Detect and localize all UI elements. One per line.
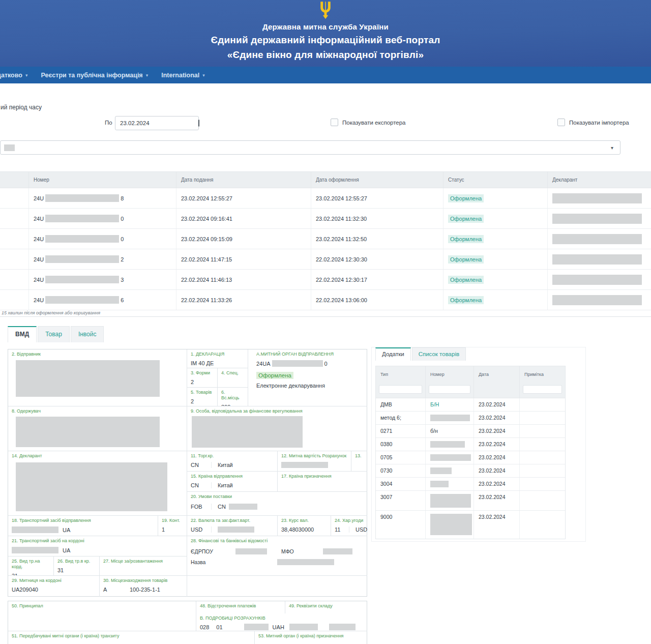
field-dispatch-country: 15. Країна відправлення CNКитай [187,472,278,492]
portal-title-line1: Єдиний державний інформаційний веб-порта… [0,35,651,46]
redacted-block [12,526,58,533]
redacted-number [45,194,119,202]
page: Державна митна служба України Єдиний дер… [0,0,651,644]
redacted-declarant [552,214,642,224]
redacted-block [281,462,328,468]
declarant-select[interactable]: ▾ [0,140,620,155]
table-row[interactable]: 3007 23.02.2024 [376,491,565,511]
col-status: Статус [443,172,548,188]
redacted-block [430,494,471,508]
chevron-down-icon: ▾ [146,73,149,78]
show-importer-label: Показувати імпортера [569,120,629,126]
field-containers: 19. Конт. 1 [158,516,187,536]
nav-item-registers[interactable]: Реєстри та публічна інформація ▾ [41,72,148,79]
attachments-table: Тип Номер Дата Примітка ДМВ Б/Н 23.02.20… [375,366,566,539]
field-declarant: 14. Декларант [8,451,187,516]
redacted-block [430,514,472,535]
checkbox-icon[interactable] [331,119,338,126]
nav-item-international[interactable]: International ▾ [161,72,205,79]
redacted-declarant [552,275,642,285]
redacted-value [4,144,15,151]
field-financial-person: 9. Особа, відповідальна за фінансове вре… [187,406,367,451]
number-filter-input[interactable] [429,385,470,394]
redacted-block [277,559,334,565]
field-delivery-terms: 20. Умови поставки FOBCN [187,492,367,516]
tab-vmd[interactable]: ВМД [8,326,37,342]
redacted-block [430,481,449,487]
table-row[interactable]: 0705 23.02.2024 [376,451,565,464]
nav-item-additional[interactable]: датково ▾ [0,72,27,79]
field-loading-place: 27. Місце за/розвантаження [100,557,187,576]
field-warehouse-details: 49. Реквізити складу [285,601,367,613]
redacted-block [272,360,323,367]
field-13: 13. [351,451,367,472]
field-goods-count: 5. Товарів 2 [187,388,218,406]
col-processed: Дата оформлення [311,172,443,188]
status-badge: Оформлена [256,372,293,379]
field-transport-type-inland: 26. Вид тр.в кр. 31 [54,557,100,576]
date-input[interactable] [115,120,198,126]
col-date: Дата [474,366,520,383]
redacted-number [45,215,119,222]
redacted-declarant [552,193,642,203]
field-consignee: 8. Одержувач [8,406,187,451]
redacted-block [329,624,356,630]
redacted-block [192,416,303,448]
table-header-row: Номер Дата подання Дата оформлення Стату… [0,171,651,188]
table-row[interactable]: 24U6 22.02.2024 11:33:26 22.02.2024 13:0… [0,290,651,310]
checkbox-icon[interactable] [557,119,565,126]
attachment-link[interactable]: Б/Н [430,401,439,407]
field-exchange-rate: 23. Курс вал. 38,48030000 [278,516,331,536]
table-row[interactable]: 0271 б/н 23.02.2024 [376,425,565,438]
col-note: Примітка [520,366,565,383]
table-row[interactable]: метод 6; 23.02.2024 [376,412,565,425]
tab-invoice[interactable]: Інвойс [71,326,104,342]
app-header: Державна митна служба України Єдиний дер… [0,0,651,67]
field-destination-customs: 53. Митний орган (і країна) призначення [255,631,367,644]
status-badge: Оформлена [448,255,484,264]
show-exporter-checkbox[interactable]: Показувати експортера [331,119,406,126]
field-transport-type-border: 25. Вид тр.на корд. 31 [8,557,54,576]
table-row[interactable]: 24U0 23.02.2024 09:15:09 23.02.2024 11:3… [0,229,651,249]
field-deal-nature: 24. Хар.угоди 11USD [331,516,367,536]
field-payment-deferral: 48. Відстрочення платежів [196,601,285,613]
field-transport-border: 21. Транспортний засіб на кордоні UA [8,536,187,557]
divider [0,316,651,317]
empty-cell [187,576,367,597]
portal-title-line2: «Єдине вікно для міжнародної торгівлі» [0,49,651,61]
table-row[interactable]: 24U2 22.02.2024 11:47:15 22.02.2024 12:3… [0,249,651,270]
redacted-block [235,548,267,554]
field-customs-value: 12. Митна вартість Розрахунок [278,451,351,472]
col-number: Номер [29,172,176,188]
field-principal: 50. Принципал [8,601,196,631]
date-to-field[interactable] [115,116,199,130]
ukraine-trident-icon [319,2,332,22]
note-filter-input[interactable] [523,385,562,394]
calendar-icon[interactable] [198,120,199,127]
table-row[interactable]: 0730 23.02.2024 [376,464,565,478]
table-row[interactable]: 24U8 23.02.2024 12:55:27 23.02.2024 12:5… [0,188,651,209]
field-transit-customs: 51. Передбачувані митні органи (і країна… [8,631,255,644]
redacted-number [45,296,119,304]
period-label: ий період часу [1,104,42,111]
table-row[interactable]: ДМВ Б/Н 23.02.2024 [376,398,565,412]
col-declarant: Декларант [548,172,651,188]
table-row[interactable]: 24U0 23.02.2024 09:16:41 23.02.2024 11:3… [0,209,651,229]
tab-attachments[interactable]: Додатки [375,347,411,361]
declarations-table: Номер Дата подання Дата оформлення Стату… [0,171,651,310]
table-row[interactable]: 3004 23.02.2024 [376,478,565,491]
tab-goods-list[interactable]: Список товарів [412,347,466,361]
status-badge: Оформлена [448,215,484,223]
redacted-number [45,235,119,243]
show-importer-checkbox[interactable]: Показувати імпортера [557,119,629,126]
detail-tabs: ВМД Товар Інвойс [8,326,105,342]
type-filter-input[interactable] [379,385,422,394]
table-row[interactable]: 9000 23.02.2024 [376,511,565,539]
tab-tovar[interactable]: Товар [38,326,70,342]
table-row[interactable]: 0380 23.02.2024 [376,438,565,451]
redacted-declarant [552,254,642,265]
redacted-block [16,417,160,447]
redacted-declarant [552,234,642,244]
table-row[interactable]: 24U3 22.02.2024 11:46:13 22.02.2024 12:3… [0,270,651,290]
redacted-block [430,454,471,461]
